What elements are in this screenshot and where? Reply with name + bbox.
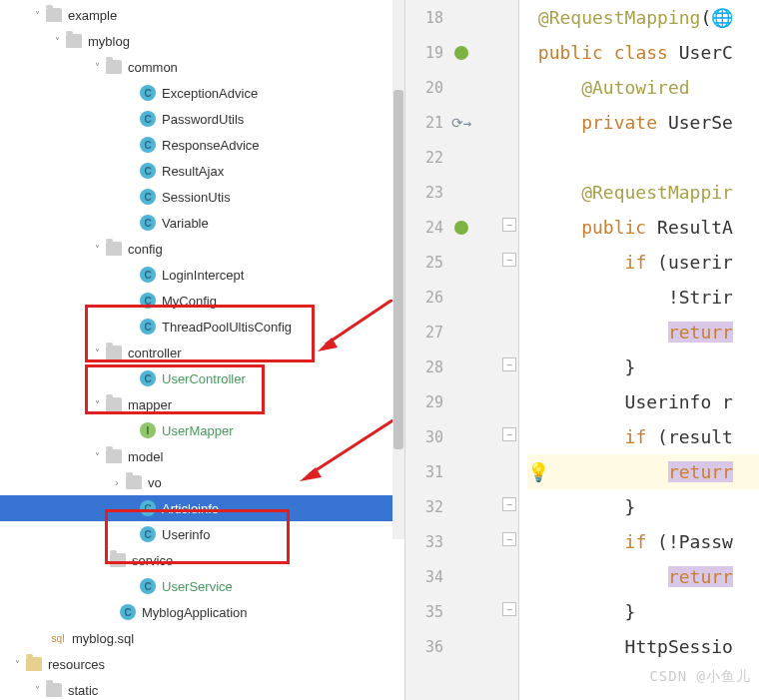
tree-item[interactable]: CThreadPoolUltisConfig <box>0 314 404 340</box>
code-line[interactable]: if (result <box>527 419 759 454</box>
tree-item[interactable]: CExceptionAdvice <box>0 80 404 106</box>
bulb-icon[interactable]: 💡 <box>527 454 543 470</box>
gutter-line[interactable]: 21⟳→ <box>405 105 518 140</box>
tree-item-usermapper[interactable]: IUserMapper <box>0 417 404 443</box>
code-line[interactable]: if (!Passw <box>527 524 759 559</box>
class-icon: C <box>140 319 156 335</box>
tree-item[interactable]: CVariable <box>0 210 404 236</box>
tree-item-config[interactable]: ˅config <box>0 236 404 262</box>
code-line[interactable] <box>527 140 759 175</box>
fold-icon[interactable]: − <box>502 497 516 511</box>
gutter-line[interactable]: 27 <box>405 315 518 350</box>
tree-item[interactable]: CLoginIntercept <box>0 262 404 288</box>
code-line[interactable]: @RequestMapping(🌐 <box>527 0 759 35</box>
code-line[interactable]: returr <box>527 315 759 350</box>
tree-item[interactable]: CResponseAdvice <box>0 132 404 158</box>
gutter-line[interactable]: 20 <box>405 70 518 105</box>
editor-gutter[interactable]: 18 19 20 21⟳→ 22 23 24− 25− 26 27 28− 29… <box>404 0 519 700</box>
class-icon: C <box>140 293 156 309</box>
tree-item[interactable]: CSessionUtis <box>0 184 404 210</box>
class-icon: C <box>140 85 156 101</box>
chevron-down-icon: ˅ <box>10 657 24 671</box>
tree-item-vo[interactable]: ›vo <box>0 469 404 495</box>
tree-item-static[interactable]: ˅static <box>0 677 404 700</box>
tree-item-controller[interactable]: ˅controller <box>0 340 404 365</box>
folder-icon <box>106 242 122 256</box>
code-editor[interactable]: @RequestMapping(🌐 public class UserC @Au… <box>519 0 759 700</box>
tree-item-articleinfo[interactable]: CArticleinfo <box>0 495 404 521</box>
tree-item-app[interactable]: CMyblogApplication <box>0 599 404 625</box>
gutter-line[interactable]: 28− <box>405 350 518 384</box>
gutter-line[interactable]: 23 <box>405 175 518 210</box>
code-line[interactable]: !Strir <box>527 280 759 315</box>
folder-icon <box>46 683 62 697</box>
tree-item-sql[interactable]: sqlmyblog.sql <box>0 625 404 651</box>
gutter-line[interactable]: 30− <box>405 419 518 454</box>
bean-icon <box>451 218 471 238</box>
code-line[interactable]: } <box>527 489 759 524</box>
code-line[interactable]: 💡 returr <box>527 454 759 489</box>
nav-icon: ⟳→ <box>451 113 471 133</box>
code-line[interactable]: public class UserC <box>527 35 759 70</box>
gutter-line[interactable]: 36 <box>405 629 518 664</box>
tree-item[interactable]: CUserinfo <box>0 521 404 547</box>
gutter-line[interactable]: 35− <box>405 594 518 629</box>
code-line[interactable]: if (userir <box>527 245 759 280</box>
interface-icon: I <box>140 422 156 438</box>
fold-icon[interactable]: − <box>502 532 516 546</box>
tree-item[interactable]: CResultAjax <box>0 158 404 184</box>
fold-icon[interactable]: − <box>502 218 516 232</box>
tree-item[interactable]: CPasswordUtils <box>0 106 404 132</box>
code-line[interactable]: } <box>527 350 759 384</box>
chevron-down-icon: ˅ <box>90 397 104 411</box>
tree-item-common[interactable]: ˅common <box>0 54 404 80</box>
fold-icon[interactable]: − <box>502 253 516 267</box>
code-line[interactable]: public ResultA <box>527 210 759 245</box>
gutter-line[interactable]: 22 <box>405 140 518 175</box>
code-line[interactable]: } <box>527 594 759 629</box>
gutter-line[interactable]: 34 <box>405 559 518 594</box>
folder-icon <box>26 657 42 671</box>
folder-icon <box>106 397 122 411</box>
class-icon: C <box>140 189 156 205</box>
chevron-right-icon: › <box>110 475 124 489</box>
tree-item-resources[interactable]: ˅resources <box>0 651 404 677</box>
fold-icon[interactable]: − <box>502 602 516 616</box>
gutter-line[interactable]: 18 <box>405 0 518 35</box>
code-line[interactable]: @RequestMappir <box>527 175 759 210</box>
scroll-thumb[interactable] <box>393 90 403 449</box>
scrollbar[interactable] <box>392 0 404 539</box>
tree-item-usercontroller[interactable]: CUserController <box>0 365 404 391</box>
fold-icon[interactable]: − <box>502 427 516 441</box>
tree-item-service[interactable]: service <box>0 547 404 573</box>
tree-item-myblog[interactable]: ˅myblog <box>0 28 404 54</box>
fold-icon[interactable]: − <box>502 357 516 371</box>
chevron-down-icon: ˅ <box>90 242 104 256</box>
bean-icon <box>451 43 471 63</box>
gutter-line[interactable]: 29 <box>405 384 518 419</box>
class-icon: C <box>140 526 156 542</box>
tree-item[interactable]: CMyConfig <box>0 288 404 314</box>
code-line[interactable]: private UserSe <box>527 105 759 140</box>
project-tree[interactable]: ˅example ˅myblog ˅common CExceptionAdvic… <box>0 0 404 700</box>
gutter-line[interactable]: 32− <box>405 489 518 524</box>
class-icon: C <box>140 137 156 153</box>
tree-item-example[interactable]: ˅example <box>0 2 404 28</box>
code-line[interactable]: returr <box>527 559 759 594</box>
tree-item-mapper[interactable]: ˅mapper <box>0 391 404 417</box>
gutter-line[interactable]: 33− <box>405 524 518 559</box>
sql-icon: sql <box>50 630 66 646</box>
code-line[interactable]: @Autowired <box>527 70 759 105</box>
class-icon: C <box>140 370 156 386</box>
gutter-line[interactable]: 31 <box>405 454 518 489</box>
tree-item-userservice[interactable]: CUserService <box>0 573 404 599</box>
gutter-line[interactable]: 24− <box>405 210 518 245</box>
gutter-line[interactable]: 25− <box>405 245 518 280</box>
folder-icon <box>110 553 126 567</box>
code-line[interactable]: Userinfo r <box>527 384 759 419</box>
folder-icon <box>106 60 122 74</box>
gutter-line[interactable]: 19 <box>405 35 518 70</box>
class-icon: C <box>120 604 136 620</box>
gutter-line[interactable]: 26 <box>405 280 518 315</box>
tree-item-model[interactable]: ˅model <box>0 443 404 469</box>
